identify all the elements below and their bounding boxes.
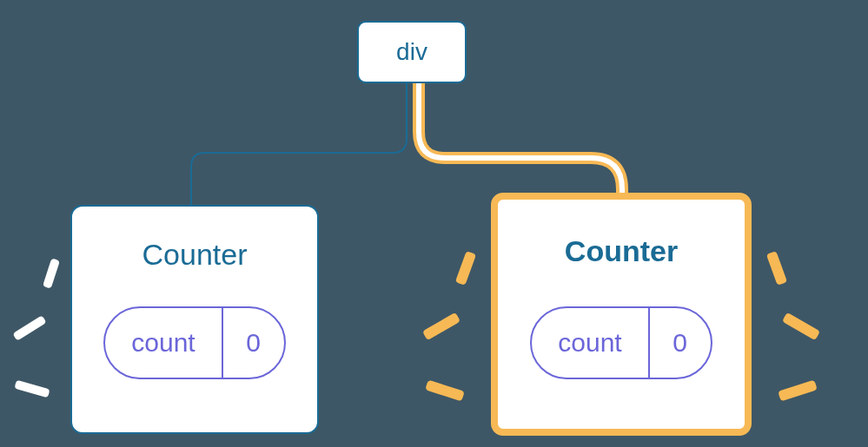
counter-title-left: Counter [142, 238, 248, 272]
count-pill-right: count 0 [530, 306, 712, 379]
count-pill-left: count 0 [103, 306, 285, 379]
sparkle-ray-icon [422, 312, 461, 340]
count-pill-value-left: 0 [223, 308, 284, 378]
counter-title-right: Counter [565, 234, 678, 268]
sparkle-ray-icon [782, 312, 820, 340]
node-root-label: div [396, 38, 427, 66]
sparkle-ray-icon [12, 315, 46, 341]
node-root-div: div [357, 21, 467, 83]
sparkle-ray-icon [766, 251, 787, 286]
sparkle-ray-icon [455, 251, 476, 286]
sparkle-ray-icon [778, 379, 818, 401]
node-counter-right: Counter count 0 [491, 193, 752, 436]
sparkle-ray-icon [43, 258, 60, 288]
count-pill-label-left: count [105, 308, 222, 378]
node-counter-left: Counter count 0 [70, 205, 319, 434]
count-pill-value-right: 0 [650, 308, 711, 378]
sparkle-ray-icon [425, 379, 465, 401]
count-pill-label-right: count [532, 308, 649, 378]
sparkle-ray-icon [14, 380, 50, 398]
